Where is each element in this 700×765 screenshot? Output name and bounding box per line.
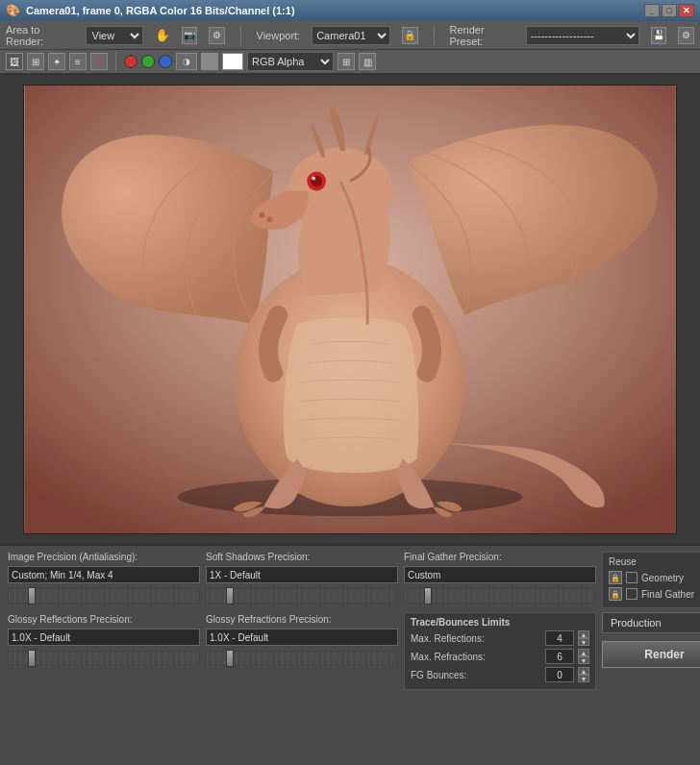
split-view-icon[interactable]: ▥ xyxy=(359,53,376,70)
render-frame-icon[interactable]: 🖼 xyxy=(6,53,23,70)
white-swatch[interactable] xyxy=(222,53,243,70)
geometry-label: Geometry xyxy=(641,573,700,583)
production-preset-select[interactable]: Production xyxy=(602,612,700,633)
save-preset-icon[interactable]: 💾 xyxy=(651,27,667,44)
red-channel-dot[interactable] xyxy=(124,55,138,68)
glossy-refractions-input[interactable] xyxy=(206,629,398,646)
glossy-refractions-thumb[interactable] xyxy=(226,650,234,667)
final-gather-lock-button[interactable]: 🔒 xyxy=(609,587,622,601)
image-precision-input[interactable] xyxy=(8,566,200,583)
separator-3 xyxy=(115,52,116,71)
area-to-render-label: Area to Render: xyxy=(6,24,74,47)
toolbar-row-2: 🖼 ⊞ ✦ ≡ ✕ ◑ RGB Alpha ⊞ ▥ xyxy=(0,50,700,75)
svg-point-4 xyxy=(259,211,264,217)
bottom-panel: Image Precision (Antialiasing): Glossy R… xyxy=(0,544,700,721)
render-button[interactable]: Render xyxy=(602,641,700,668)
viewport-label: Viewport: xyxy=(257,30,301,41)
max-reflections-row: Max. Reflections: ▲ ▼ xyxy=(411,630,589,646)
final-gather-reuse-row: 🔒 Final Gather ✕ xyxy=(609,587,700,601)
lock-icon[interactable]: 🔒 xyxy=(402,27,418,44)
fg-bounces-spinner: ▲ ▼ xyxy=(578,667,589,682)
settings-icon[interactable]: ⚙ xyxy=(209,27,225,44)
soft-shadows-slider[interactable] xyxy=(206,588,398,604)
glossy-reflections-thumb[interactable] xyxy=(28,650,36,667)
final-gather-thumb[interactable] xyxy=(424,587,432,605)
max-refractions-spinner: ▲ ▼ xyxy=(578,649,589,664)
max-refractions-input[interactable] xyxy=(545,649,574,664)
final-gather-slider[interactable] xyxy=(404,588,596,604)
final-gather-reuse-label: Final Gather xyxy=(641,589,700,600)
title-bar: 🎨 Camera01, frame 0, RGBA Color 16 Bits/… xyxy=(0,0,700,21)
render-preset-select[interactable]: ------------------ xyxy=(526,26,639,45)
max-reflections-spinner: ▲ ▼ xyxy=(578,630,589,646)
glossy-refractions-label: Glossy Refractions Precision: xyxy=(206,614,398,625)
minimize-button[interactable]: _ xyxy=(644,4,660,17)
col-3: Final Gather Precision: Trace/Bounces Li… xyxy=(404,552,596,715)
render-preset-label: Render Preset: xyxy=(450,24,514,47)
glossy-reflections-input[interactable] xyxy=(8,629,200,646)
bottom-grid: Image Precision (Antialiasing): Glossy R… xyxy=(8,552,692,715)
fg-bounces-down[interactable]: ▼ xyxy=(578,675,589,682)
render-canvas-container xyxy=(0,75,700,544)
window-title: Camera01, frame 0, RGBA Color 16 Bits/Ch… xyxy=(26,5,295,16)
soft-shadows-thumb[interactable] xyxy=(226,587,234,605)
mono-icon[interactable] xyxy=(201,53,218,70)
max-reflections-input[interactable] xyxy=(545,630,574,646)
close-button[interactable]: ✕ xyxy=(679,4,694,17)
fg-bounces-row: FG Bounces: ▲ ▼ xyxy=(411,667,589,682)
viewport-select[interactable]: Camera01 xyxy=(312,26,390,45)
svg-point-5 xyxy=(266,216,272,222)
reuse-box: Reuse 🔒 Geometry ✕ 🔒 Final Gather ✕ xyxy=(602,552,700,608)
final-gather-precision-label: Final Gather Precision: xyxy=(404,552,596,562)
fg-bounces-input[interactable] xyxy=(545,667,574,682)
channel-select[interactable]: RGB Alpha xyxy=(247,52,334,71)
blue-channel-dot[interactable] xyxy=(159,55,172,68)
hand-icon: ✋ xyxy=(155,28,170,42)
svg-point-8 xyxy=(312,177,315,181)
soft-shadows-input[interactable] xyxy=(206,566,398,583)
image-precision-slider[interactable] xyxy=(8,588,200,604)
window-controls: _ □ ✕ xyxy=(644,4,694,17)
geometry-lock-button[interactable]: 🔒 xyxy=(609,571,622,584)
camera-icon[interactable]: 📷 xyxy=(182,27,198,44)
max-refractions-label: Max. Refractions: xyxy=(411,652,541,662)
maximize-button[interactable]: □ xyxy=(662,4,677,17)
fg-bounces-label: FG Bounces: xyxy=(411,670,541,680)
max-refractions-row: Max. Refractions: ▲ ▼ xyxy=(411,649,589,664)
glossy-reflections-slider[interactable] xyxy=(8,651,200,666)
image-precision-thumb[interactable] xyxy=(28,587,36,605)
final-gather-precision-input[interactable] xyxy=(404,566,596,583)
trace-bounces-box: Trace/Bounces Limits Max. Reflections: ▲… xyxy=(404,612,596,690)
app-icon: 🎨 xyxy=(6,4,20,17)
separator-1 xyxy=(240,26,241,45)
col-4: Reuse 🔒 Geometry ✕ 🔒 Final Gather ✕ xyxy=(602,552,700,715)
render-canvas xyxy=(23,85,677,534)
stop-icon[interactable]: ✕ xyxy=(90,53,108,70)
green-channel-dot[interactable] xyxy=(141,55,155,68)
glossy-refractions-slider[interactable] xyxy=(206,651,398,666)
clone-icon[interactable]: ✦ xyxy=(48,53,65,70)
col-2: Soft Shadows Precision: Glossy Refractio… xyxy=(206,552,398,715)
separator-2 xyxy=(434,26,435,45)
preset-options-icon[interactable]: ⚙ xyxy=(678,27,694,44)
geometry-reuse-row: 🔒 Geometry ✕ xyxy=(609,571,700,584)
reuse-title: Reuse xyxy=(609,556,700,567)
area-to-render-select[interactable]: View xyxy=(86,26,143,45)
alpha-icon[interactable]: ◑ xyxy=(176,53,197,70)
soft-shadows-label: Soft Shadows Precision: xyxy=(206,552,398,562)
image-precision-label: Image Precision (Antialiasing): xyxy=(8,552,200,562)
multi-frame-icon[interactable]: ⊞ xyxy=(27,53,44,70)
fg-bounces-up[interactable]: ▲ xyxy=(578,667,589,675)
geometry-checkbox[interactable] xyxy=(626,572,638,583)
max-reflections-down[interactable]: ▼ xyxy=(578,638,589,646)
max-reflections-up[interactable]: ▲ xyxy=(578,630,589,638)
toolbar-row-1: Area to Render: View ✋ 📷 ⚙ Viewport: Cam… xyxy=(0,21,700,50)
dragon-render xyxy=(24,86,676,533)
max-refractions-up[interactable]: ▲ xyxy=(578,649,589,656)
final-gather-checkbox[interactable] xyxy=(626,588,638,600)
display-mode-icon[interactable]: ⊞ xyxy=(338,53,355,70)
svg-point-3 xyxy=(288,148,393,234)
max-refractions-down[interactable]: ▼ xyxy=(578,656,589,664)
col-1: Image Precision (Antialiasing): Glossy R… xyxy=(8,552,200,715)
batch-icon[interactable]: ≡ xyxy=(69,53,87,70)
